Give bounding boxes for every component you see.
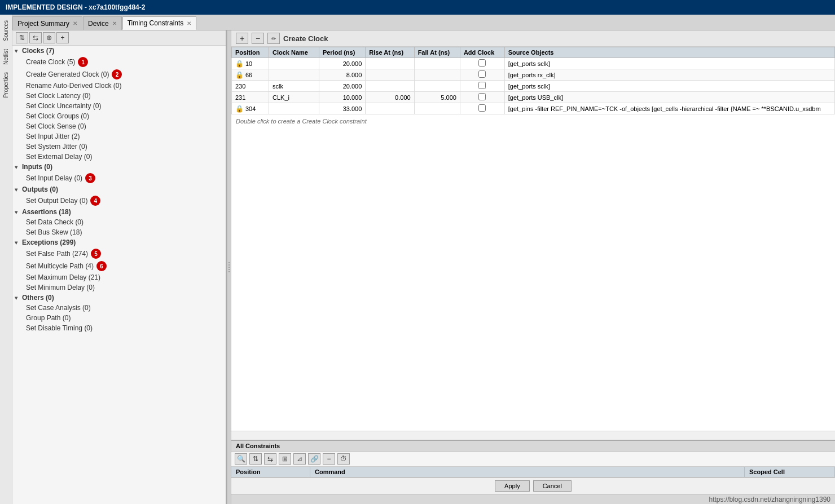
tree-item-set-min-delay[interactable]: Set Minimum Delay (0) [12,282,226,293]
table-row[interactable]: 230sclk20.000[get_ports sclk] [232,81,835,92]
search-button[interactable]: 🔍 [235,453,247,465]
horizontal-scrollbar[interactable] [231,431,835,440]
tab-timing-constraints[interactable]: Timing Constraints ✕ [122,16,197,30]
rename-auto-label: Rename Auto-Derived Clock (0) [26,82,121,90]
set-min-delay-label: Set Minimum Delay (0) [26,284,95,291]
status-url: https://blog.csdn.net/zhangningning1390 [709,496,830,503]
resize-handle[interactable] [227,30,231,504]
tree-item-set-multicycle-path[interactable]: Set Multicycle Path (4) 6 [12,260,226,272]
tree-group-clocks[interactable]: ▾ Clocks (7) [12,46,226,56]
add-clock-checkbox[interactable] [478,70,486,78]
add-clock-checkbox[interactable] [478,59,486,67]
tree-group-outputs[interactable]: ▾ Outputs (0) [12,184,226,194]
add-clock-checkbox[interactable] [478,82,486,89]
tab-project-summary[interactable]: Project Summary ✕ [12,16,82,30]
tree-item-set-input-delay[interactable]: Set Input Delay (0) 3 [12,172,226,184]
constraint-table: Position Clock Name Period (ns) Rise At … [231,47,835,114]
table-row[interactable]: 🔒668.000[get_ports rx_clk] [232,69,835,81]
table-row[interactable]: 🔒30433.000[get_pins -filter REF_PIN_NAME… [232,103,835,114]
add-constraint-button[interactable]: + [236,33,248,44]
minus-button[interactable]: − [323,453,335,465]
tree-item-set-false-path[interactable]: Set False Path (274) 5 [12,247,226,260]
constraint-tree: ▾ Clocks (7) Create Clock (5) 1 Create G… [12,46,226,504]
expand-all-button[interactable]: ⇆ [29,32,42,43]
tree-item-create-clock[interactable]: Create Clock (5) 1 [12,56,226,68]
clocks-label: Clocks (7) [22,47,54,55]
sources-label[interactable]: Sources [2,17,10,45]
tree-item-set-clock-groups[interactable]: Set Clock Groups (0) [12,111,226,121]
cell-position: 231 [232,92,269,103]
clock-button[interactable]: ⏱ [337,453,350,465]
cell-period: 8.000 [319,69,365,81]
badge-5: 5 [91,249,101,259]
tree-item-set-max-delay[interactable]: Set Maximum Delay (21) [12,272,226,282]
status-bar: https://blog.csdn.net/zhangningning1390 [231,494,835,504]
table-container[interactable]: Position Clock Name Period (ns) Rise At … [231,47,835,431]
tree-item-rename-auto[interactable]: Rename Auto-Derived Clock (0) [12,81,226,91]
cell-clock-name [269,103,319,114]
table-row[interactable]: 🔒1020.000[get_ports sclk] [232,58,835,69]
tree-item-set-input-jitter[interactable]: Set Input Jitter (2) [12,131,226,142]
filter-button[interactable]: ⊕ [43,32,55,43]
expand-button[interactable]: ⇆ [264,453,276,465]
clocks-arrow: ▾ [15,48,20,54]
filter-button-bottom[interactable]: ⊿ [293,453,306,465]
cell-source-objects: [get_pins -filter REF_PIN_NAME=~TCK -of_… [504,103,834,114]
tree-item-group-path[interactable]: Group Path (0) [12,313,226,323]
set-clock-sense-label: Set Clock Sense (0) [26,122,86,130]
tab-project-summary-close[interactable]: ✕ [73,20,77,26]
netlist-label[interactable]: Netlist [2,46,10,68]
cell-source-objects: [get_ports sclk] [504,58,834,69]
cell-source-objects: [get_ports sclk] [504,81,834,92]
col-clock-name: Clock Name [269,47,319,58]
outputs-label: Outputs (0) [22,185,58,193]
exceptions-arrow: ▾ [15,240,20,246]
tree-item-set-system-jitter[interactable]: Set System Jitter (0) [12,142,226,152]
cell-rise-at [366,81,414,92]
cell-fall-at [414,58,460,69]
tree-item-set-external-delay[interactable]: Set External Delay (0) [12,152,226,162]
add-button[interactable]: + [56,32,69,43]
collapse-button[interactable]: ⇅ [249,453,262,465]
col-period: Period (ns) [319,47,365,58]
link-button[interactable]: 🔗 [308,453,320,465]
tree-item-set-output-delay[interactable]: Set Output Delay (0) 4 [12,194,226,207]
exceptions-label: Exceptions (299) [22,238,76,246]
add-clock-checkbox[interactable] [478,104,486,112]
right-panel: + − ✏ Create Clock Position Clock Name P… [231,30,835,504]
tree-item-set-clock-latency[interactable]: Set Clock Latency (0) [12,91,226,101]
tree-group-others[interactable]: ▾ Others (0) [12,293,226,303]
tree-item-set-data-check[interactable]: Set Data Check (0) [12,217,226,227]
tree-item-set-case-analysis[interactable]: Set Case Analysis (0) [12,303,226,313]
tree-group-inputs[interactable]: ▾ Inputs (0) [12,162,226,172]
collapse-all-button[interactable]: ⇅ [16,32,28,43]
tab-device[interactable]: Device ✕ [83,16,122,30]
resize-dots [228,262,230,272]
tree-item-set-disable-timing[interactable]: Set Disable Timing (0) [12,323,226,333]
cell-position: 🔒304 [232,103,269,114]
tree-group-assertions[interactable]: ▾ Assertions (18) [12,207,226,217]
set-input-jitter-label: Set Input Jitter (2) [26,132,80,140]
bottom-table-header: Position Command Scoped Cell [231,467,835,478]
remove-constraint-button[interactable]: − [252,33,264,44]
bottom-col-command: Command [310,467,745,477]
tab-device-close[interactable]: ✕ [112,20,117,26]
group-button[interactable]: ⊞ [279,453,291,465]
tree-item-create-gen-clock[interactable]: Create Generated Clock (0) 2 [12,68,226,81]
tree-group-exceptions[interactable]: ▾ Exceptions (299) [12,237,226,247]
tree-item-set-clock-sense[interactable]: Set Clock Sense (0) [12,121,226,131]
cell-clock-name [269,58,319,69]
cell-period: 10.000 [319,92,365,103]
tree-item-set-bus-skew[interactable]: Set Bus Skew (18) [12,227,226,237]
set-max-delay-label: Set Maximum Delay (21) [26,273,100,281]
properties-label[interactable]: Properties [2,69,10,101]
tab-timing-constraints-close[interactable]: ✕ [187,20,191,26]
add-clock-checkbox[interactable] [478,93,486,100]
panel-toolbar: ⇅ ⇆ ⊕ + [12,30,226,46]
tree-item-set-clock-uncertainty[interactable]: Set Clock Uncertainty (0) [12,101,226,111]
edit-constraint-button[interactable]: ✏ [267,33,280,44]
table-row[interactable]: 231CLK_i10.0000.0005.000[get_ports USB_c… [232,92,835,103]
apply-button[interactable]: Apply [495,480,530,492]
cancel-button[interactable]: Cancel [533,480,572,492]
main-layout: Sources Netlist Properties Project Summa… [0,15,835,504]
